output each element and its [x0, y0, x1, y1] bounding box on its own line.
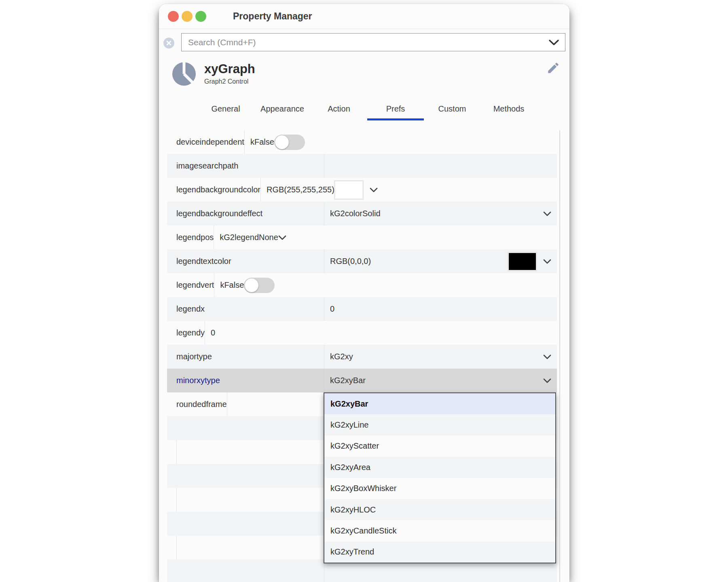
tab-general[interactable]: General	[197, 104, 254, 120]
table-row[interactable]: imagesearchpath	[167, 154, 557, 178]
search-input[interactable]	[182, 38, 548, 47]
dropdown-menu-item[interactable]: kG2xyScatter	[324, 436, 555, 457]
window-title: Property Manager	[233, 11, 312, 22]
table-row[interactable]: majortype kG2xy	[167, 345, 557, 369]
color-swatch[interactable]	[334, 181, 363, 199]
table-row[interactable]	[167, 536, 178, 559]
property-name: legendbackgroundeffect	[167, 202, 324, 226]
traffic-lights	[168, 11, 206, 22]
table-row[interactable]: legendbackgroundcolor RGB(255,255,255)	[167, 178, 178, 202]
toggle-switch[interactable]	[244, 278, 275, 293]
property-name: legendbackgroundcolor	[167, 178, 260, 202]
chevron-down-icon	[278, 235, 286, 240]
property-name: minorxytype	[167, 369, 324, 392]
dropdown-button[interactable]	[278, 235, 286, 240]
dropdown-menu-item[interactable]: kG2xyHLOC	[324, 499, 555, 520]
titlebar: Property Manager	[159, 4, 569, 29]
table-row[interactable]	[167, 488, 178, 512]
property-value: 0	[211, 328, 215, 337]
chevron-down-icon	[543, 354, 551, 359]
zoom-button[interactable]	[195, 11, 206, 22]
property-value-cell: kG2xy	[324, 345, 557, 369]
tab-action[interactable]: Action	[311, 104, 367, 120]
chevron-down-icon	[543, 378, 551, 383]
table-row[interactable]	[167, 440, 178, 464]
close-button[interactable]	[168, 11, 179, 22]
property-value: kFalse	[220, 280, 244, 290]
property-name	[167, 536, 176, 559]
property-name	[167, 440, 176, 464]
property-value: kFalse	[250, 137, 274, 147]
tab-prefs[interactable]: Prefs	[367, 104, 424, 120]
property-value-cell: kG2legendNone	[214, 226, 292, 249]
toggle-switch[interactable]	[274, 135, 305, 150]
property-value-cell: RGB(255,255,255)	[260, 178, 383, 202]
dropdown-button[interactable]	[543, 211, 551, 216]
minimize-button[interactable]	[182, 11, 193, 22]
control-name: xyGraph	[204, 62, 255, 76]
property-value-cell	[227, 392, 239, 416]
property-value: RGB(255,255,255)	[267, 185, 334, 194]
property-value-cell: 0	[324, 297, 557, 321]
property-value: 0	[330, 304, 334, 314]
property-manager-window: Property Manager xyGraph Graph2 Control …	[159, 4, 569, 582]
property-value: RGB(0,0,0)	[330, 257, 371, 266]
dropdown-menu-item[interactable]: kG2xyCandleStick	[324, 520, 555, 541]
tab-appearance[interactable]: Appearance	[254, 104, 311, 120]
dropdown-menu-item[interactable]: kG2xyBar	[324, 393, 555, 414]
table-row[interactable]: legendpos kG2legendNone	[167, 226, 178, 249]
table-row[interactable]: legendx 0	[167, 297, 557, 321]
circle-x-icon	[166, 40, 171, 46]
table-row[interactable]: deviceindependent kFalse	[167, 130, 178, 154]
dropdown-menu-item[interactable]: kG2xyTrend	[324, 542, 555, 563]
dropdown-button[interactable]	[543, 354, 551, 359]
dropdown-menu-item[interactable]: kG2xyBoxWhisker	[324, 478, 555, 499]
property-name	[167, 488, 176, 512]
dropdown-button[interactable]	[370, 188, 378, 192]
dropdown-button[interactable]	[543, 378, 551, 383]
table-row[interactable]: legendtextcolor RGB(0,0,0)	[167, 249, 557, 273]
property-value: kG2xyBar	[330, 376, 366, 385]
property-name: legendvert	[167, 273, 214, 297]
search-clear-button[interactable]	[163, 38, 174, 48]
property-value-cell	[176, 440, 188, 464]
edit-button[interactable]	[546, 61, 561, 75]
property-value-cell: kFalse	[214, 273, 278, 297]
property-value-cell: kG2colorSolid	[324, 202, 557, 226]
chevron-down-icon	[370, 188, 378, 192]
property-value-cell: RGB(0,0,0)	[324, 249, 557, 273]
table-row[interactable]: roundedframe	[167, 392, 178, 416]
property-name: roundedframe	[167, 392, 227, 416]
table-row[interactable]: legendbackgroundeffect kG2colorSolid	[167, 202, 557, 226]
property-name: legendtextcolor	[167, 249, 324, 273]
search-dropdown-button[interactable]	[548, 39, 559, 46]
property-name: legendy	[167, 321, 205, 345]
minorxytype-dropdown-menu: kG2xyBarkG2xyLinekG2xyScatterkG2xyAreakG…	[324, 392, 556, 563]
tab-bar: GeneralAppearanceActionPrefsCustomMethod…	[197, 104, 537, 120]
table-row[interactable]: legendvert kFalse	[167, 273, 178, 297]
property-value: kG2xy	[330, 352, 353, 361]
control-type: Graph2 Control	[204, 78, 255, 85]
property-value-cell: kG2xyBar	[324, 369, 557, 392]
property-name	[167, 512, 324, 536]
property-value-cell	[176, 488, 188, 512]
color-swatch[interactable]	[508, 252, 537, 271]
property-name: legendpos	[167, 226, 214, 249]
pencil-icon	[546, 61, 560, 75]
property-value: kG2colorSolid	[330, 209, 381, 218]
property-value-cell	[176, 536, 188, 559]
dropdown-button[interactable]	[543, 259, 551, 264]
dropdown-menu-item[interactable]: kG2xyArea	[324, 457, 555, 478]
tab-methods[interactable]: Methods	[480, 104, 537, 120]
panel-right-rule	[559, 130, 560, 582]
property-name: legendx	[167, 297, 324, 321]
property-name	[167, 416, 324, 440]
tab-custom[interactable]: Custom	[424, 104, 480, 120]
property-name: imagesearchpath	[167, 154, 324, 178]
dropdown-menu-item[interactable]: kG2xyLine	[324, 414, 555, 435]
property-name: deviceindependent	[167, 130, 244, 154]
search-combobox	[181, 33, 565, 51]
table-row[interactable]: minorxytype kG2xyBar	[167, 369, 557, 392]
table-row[interactable]: legendy 0	[167, 321, 178, 345]
chevron-down-icon	[548, 39, 559, 46]
